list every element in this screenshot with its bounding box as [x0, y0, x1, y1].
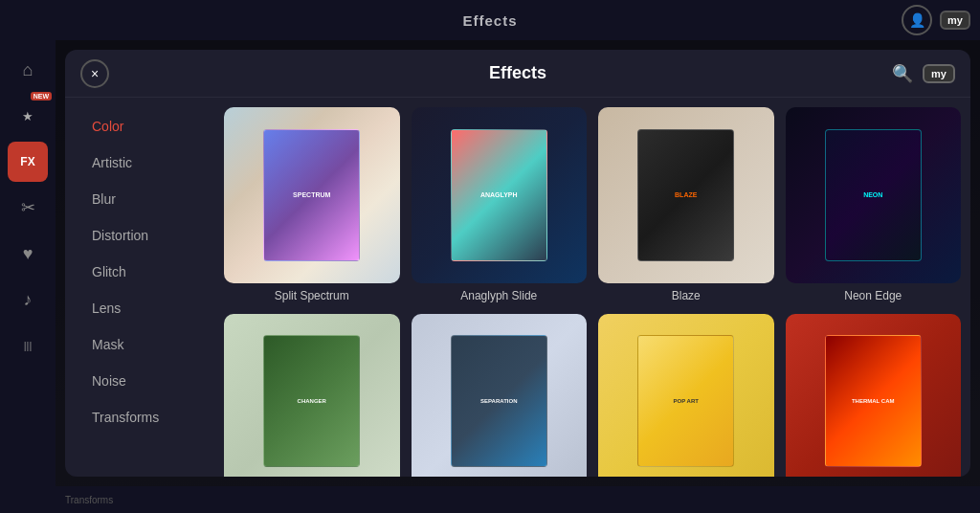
category-list: Color Artistic Blur Distortion Glitch Le… [65, 98, 218, 477]
effect-thumb-color-changer: CHANGER [224, 314, 400, 478]
app-sidebar: ⌂ ★ NEW FX ✂ ♥ ♪ ||| [0, 40, 56, 513]
effects-grid: SPECTRUM Split Spectrum ANAGLYPH Anaglyp… [224, 107, 961, 477]
effect-label-anaglyph-slide: Anaglyph Slide [460, 289, 537, 302]
effect-label-blaze: Blaze [672, 289, 701, 302]
effect-item-neon-edge[interactable]: NEON Neon Edge [786, 107, 962, 302]
my-badge-top[interactable]: my [940, 11, 970, 30]
effect-box-color-isolation: SEPARATION [451, 335, 547, 467]
modal-body: Color Artistic Blur Distortion Glitch Le… [65, 98, 970, 477]
category-item-glitch[interactable]: Glitch [73, 255, 211, 289]
effect-thumb-blaze: BLAZE [598, 107, 774, 283]
effect-item-blaze[interactable]: BLAZE Blaze [598, 107, 774, 302]
effect-thumb-color-isolation: SEPARATION [412, 314, 588, 478]
category-item-distortion[interactable]: Distortion [73, 218, 211, 253]
category-item-color[interactable]: Color [73, 109, 211, 144]
effect-thumb-thermal-cam: THERMAL CAM [786, 314, 962, 478]
new-label: NEW [31, 92, 52, 100]
effect-box-color-changer: CHANGER [263, 335, 360, 467]
category-item-lens[interactable]: Lens [73, 291, 211, 325]
effect-item-color-isolation[interactable]: SEPARATION Color Isolation [412, 314, 588, 478]
effect-box-split-spectrum: SPECTRUM [263, 129, 360, 261]
app-bottombar: Transforms [56, 486, 980, 513]
app-topbar-right: 👤 my [902, 5, 970, 35]
effect-item-color-changer[interactable]: CHANGER Color Changer [224, 314, 400, 478]
sidebar-icon-home[interactable]: ⌂ [8, 50, 48, 90]
effect-thumb-neon-edge: NEON [786, 107, 962, 283]
effect-box-anaglyph-slide: ANAGLYPH [451, 129, 547, 261]
user-icon[interactable]: 👤 [902, 5, 932, 35]
modal-header: × Effects 🔍 my [65, 50, 970, 98]
modal-overlay: × Effects 🔍 my Color Artistic Blur Disto… [56, 40, 980, 486]
sidebar-icon-music[interactable]: ♪ [8, 279, 48, 320]
category-item-noise[interactable]: Noise [73, 364, 211, 398]
effect-item-anaglyph-slide[interactable]: ANAGLYPH Anaglyph Slide [412, 107, 588, 302]
effect-box-blaze: BLAZE [637, 129, 734, 261]
search-icon[interactable]: 🔍 [892, 63, 913, 84]
effects-grid-container[interactable]: SPECTRUM Split Spectrum ANAGLYPH Anaglyp… [218, 98, 970, 477]
app-topbar: Effects 👤 my [0, 0, 980, 40]
effect-box-halftone-pop: POP ART [637, 335, 734, 467]
category-item-blur[interactable]: Blur [73, 182, 211, 216]
effect-item-thermal-cam[interactable]: THERMAL CAM Thermal Cam [786, 314, 962, 478]
sidebar-icon-waveform[interactable]: ||| [8, 325, 48, 366]
effect-box-neon-edge: NEON [825, 129, 922, 261]
effects-modal: × Effects 🔍 my Color Artistic Blur Disto… [65, 50, 970, 477]
effect-box-thermal-cam: THERMAL CAM [825, 335, 922, 467]
effect-thumb-halftone-pop: POP ART [598, 314, 774, 478]
bottombar-text: Transforms [65, 495, 113, 505]
modal-title: Effects [489, 63, 546, 83]
effect-thumb-split-spectrum: SPECTRUM [224, 107, 400, 283]
effect-label-split-spectrum: Split Spectrum [275, 289, 349, 302]
category-item-transforms[interactable]: Transforms [73, 400, 211, 435]
my-badge-modal[interactable]: my [923, 64, 955, 83]
category-item-artistic[interactable]: Artistic [73, 145, 211, 180]
sidebar-icon-heart[interactable]: ♥ [8, 234, 48, 274]
app-topbar-title: Effects [462, 12, 517, 29]
modal-header-right: 🔍 my [892, 63, 955, 84]
effect-item-halftone-pop[interactable]: POP ART Halftone Pop [598, 314, 774, 478]
category-item-mask[interactable]: Mask [73, 327, 211, 362]
effect-thumb-anaglyph-slide: ANAGLYPH [412, 107, 588, 283]
sidebar-icon-fx[interactable]: FX [8, 142, 48, 182]
sidebar-icon-new[interactable]: ★ NEW [8, 96, 48, 136]
close-button[interactable]: × [80, 59, 109, 88]
effect-label-neon-edge: Neon Edge [844, 289, 902, 302]
effect-item-split-spectrum[interactable]: SPECTRUM Split Spectrum [224, 107, 400, 302]
sidebar-icon-bowtie[interactable]: ✂ [8, 188, 48, 228]
